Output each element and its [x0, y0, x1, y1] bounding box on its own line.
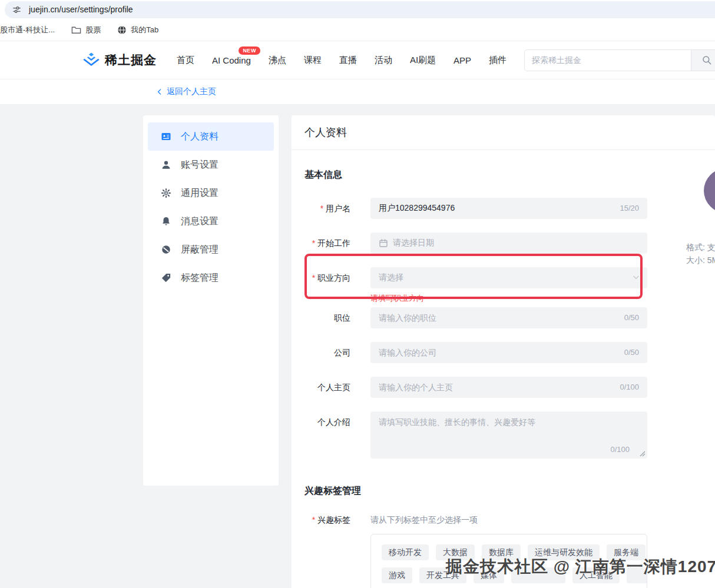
username-input[interactable] [370, 198, 647, 219]
form-row-homepage: 个人主页 0/100 [304, 377, 702, 398]
logo-text: 稀土掘金 [105, 52, 157, 68]
nav-item-home[interactable]: 首页 [177, 55, 194, 66]
chevron-down-icon [632, 273, 640, 281]
intro-textarea[interactable] [370, 411, 647, 459]
url-text[interactable]: juejin.cn/user/settings/profile [29, 5, 133, 14]
sidebar-item-tags[interactable]: 标签管理 [148, 264, 274, 292]
nav-item-ai-quiz[interactable]: AI刷题 [410, 55, 436, 66]
company-counter: 0/50 [624, 348, 639, 357]
form-row-career: 职业方向 请选择 请填写职业方向 [304, 267, 702, 304]
form-row-company: 公司 0/50 [304, 342, 702, 363]
career-label: 职业方向 [304, 267, 350, 304]
work-start-label: 开始工作 [304, 232, 350, 254]
form-row-tags: 兴趣标签 请从下列标签中至少选择一项 [304, 515, 702, 526]
tag-pill[interactable]: 游戏 [382, 567, 412, 583]
sidebar-item-messages[interactable]: 消息设置 [148, 207, 274, 235]
section-interest-tags: 兴趣标签管理 [304, 485, 702, 497]
bookmark-label: 股市通-科技让... [0, 25, 55, 35]
company-label: 公司 [304, 342, 350, 363]
avatar-upload-hints: 格式: 支 大小: 5M [686, 241, 715, 267]
nav-item-pins[interactable]: 沸点 [269, 55, 286, 66]
bookmark-item[interactable]: 我的Tab [117, 25, 158, 35]
form-row-job: 职位 0/50 [304, 307, 702, 328]
back-to-profile-link[interactable]: 返回个人主页 [156, 87, 216, 97]
work-start-date-picker[interactable]: 请选择日期 [370, 232, 647, 254]
homepage-input[interactable] [370, 377, 647, 398]
intro-textarea-wrap: 0/100 [370, 411, 647, 459]
resize-handle-icon[interactable] [640, 451, 646, 457]
chevron-left-icon [156, 88, 163, 95]
back-row: 返回个人主页 [0, 79, 715, 105]
nav-item-live[interactable]: 直播 [339, 55, 357, 66]
sidebar-item-label: 屏蔽管理 [181, 244, 219, 256]
sidebar-item-label: 个人资料 [181, 131, 219, 143]
job-label: 职位 [304, 307, 350, 328]
intro-counter: 0/100 [610, 445, 630, 454]
sidebar-item-profile[interactable]: 个人资料 [148, 122, 274, 151]
form-row-work-start: 开始工作 请选择日期 [304, 232, 702, 254]
sidebar-item-account[interactable]: 账号设置 [148, 151, 274, 179]
homepage-counter: 0/100 [620, 383, 639, 391]
profile-panel: 个人资料 基本信息 用户名 15/20 开始工作 [292, 115, 715, 588]
content-area: 个人资料 账号设置 [0, 105, 715, 588]
calendar-icon [379, 238, 388, 248]
search-button[interactable] [691, 50, 715, 71]
gear-icon [161, 188, 171, 198]
nav-item-events[interactable]: 活动 [375, 55, 392, 66]
nav-item-app[interactable]: APP [454, 55, 471, 65]
nav-item-courses[interactable]: 课程 [304, 55, 322, 66]
folder-icon [71, 25, 81, 34]
sidebar-item-label: 标签管理 [181, 272, 219, 284]
sidebar-item-block[interactable]: 屏蔽管理 [148, 235, 274, 264]
new-badge: NEW [239, 46, 260, 55]
url-pill[interactable]: juejin.cn/user/settings/profile [5, 1, 715, 18]
globe-icon [117, 25, 127, 35]
search-input[interactable] [525, 55, 691, 65]
main-nav: 首页 AI Coding NEW 沸点 课程 直播 活动 AI刷题 APP 插件 [177, 55, 507, 66]
form-row-username: 用户名 15/20 [304, 198, 702, 219]
form-row-intro: 个人介绍 0/100 [304, 411, 702, 459]
browser-url-bar: juejin.cn/user/settings/profile [0, 0, 715, 19]
intro-label: 个人介绍 [304, 411, 350, 459]
tag-pill[interactable]: 移动开发 [382, 544, 429, 560]
juejin-logo-icon [82, 52, 100, 68]
avatar-size-hint: 大小: 5M [686, 254, 715, 267]
sidebar-item-label: 账号设置 [181, 159, 219, 171]
username-counter: 15/20 [620, 204, 639, 212]
settings-sidebar: 个人资料 账号设置 [143, 115, 279, 486]
section-basic-info: 基本信息 [304, 169, 702, 181]
company-input[interactable] [370, 342, 647, 363]
panel-title: 个人资料 [292, 115, 715, 150]
id-card-icon [161, 131, 171, 142]
bookmark-folder[interactable]: 股票 [71, 25, 101, 35]
bell-icon [161, 216, 171, 227]
juejin-logo[interactable]: 稀土掘金 [82, 52, 157, 68]
site-settings-icon[interactable] [12, 5, 22, 15]
block-icon [161, 244, 171, 255]
search-icon [701, 55, 712, 65]
tags-label: 兴趣标签 [304, 515, 350, 526]
bookmarks-bar: 股市通-科技让... 股票 我的Tab [0, 19, 715, 41]
watermark-text: 掘金技术社区 @ 江南第一深情1207 [446, 556, 715, 578]
tag-icon [161, 273, 171, 283]
avatar-format-hint: 格式: 支 [686, 241, 715, 254]
bookmark-label: 股票 [85, 25, 101, 35]
sidebar-item-label: 通用设置 [181, 187, 219, 200]
username-label: 用户名 [304, 198, 350, 219]
career-error-message: 请填写职业方向 [370, 293, 647, 304]
bookmark-item[interactable]: 股市通-科技让... [0, 25, 55, 35]
bookmark-label: 我的Tab [131, 25, 158, 35]
site-header: 稀土掘金 首页 AI Coding NEW 沸点 课程 直播 活动 AI刷题 A… [0, 41, 715, 79]
nav-item-ai-coding[interactable]: AI Coding NEW [212, 55, 251, 65]
nav-item-plugin[interactable]: 插件 [489, 55, 507, 66]
page: juejin.cn/user/settings/profile 股市通-科技让.… [0, 0, 715, 588]
sidebar-item-general[interactable]: 通用设置 [148, 179, 274, 207]
job-input[interactable] [370, 307, 647, 328]
tags-hint: 请从下列标签中至少选择一项 [370, 515, 478, 526]
sidebar-item-label: 消息设置 [181, 215, 219, 228]
user-icon [161, 160, 171, 170]
job-counter: 0/50 [624, 313, 639, 322]
search-box [524, 49, 715, 71]
homepage-label: 个人主页 [304, 377, 350, 398]
career-select[interactable]: 请选择 [370, 267, 647, 288]
